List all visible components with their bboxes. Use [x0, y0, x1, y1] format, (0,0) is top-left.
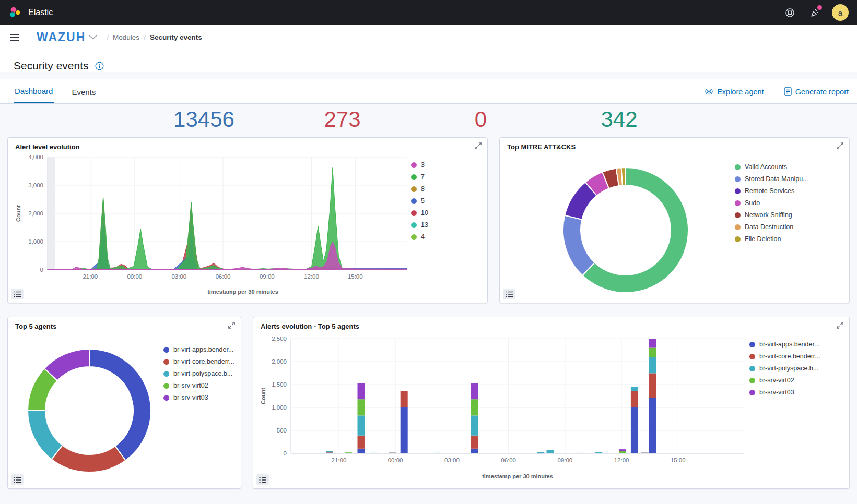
bar-segment[interactable]	[631, 387, 638, 391]
bar-segment[interactable]	[649, 339, 656, 348]
bar-chart: 05001,0001,5002,0002,50021:0000:0003:000…	[259, 331, 749, 485]
legend-toggle-button[interactable]	[11, 474, 24, 485]
legend-item[interactable]: br-virt-core.benderr...	[749, 353, 820, 360]
legend-toggle-button[interactable]	[503, 289, 515, 299]
bar-segment[interactable]	[433, 453, 441, 453]
donut-slice[interactable]	[28, 411, 63, 459]
chevron-down-icon[interactable]	[89, 35, 97, 40]
legend-item[interactable]: 13	[411, 221, 428, 229]
bar-segment[interactable]	[358, 399, 365, 415]
legend-item[interactable]: 3	[411, 161, 428, 169]
generate-report-button[interactable]: Generate report	[784, 87, 849, 103]
expand-icon[interactable]	[474, 142, 482, 152]
area-series-7[interactable]	[48, 168, 407, 270]
legend-label: 13	[421, 221, 428, 229]
area-chart-svg: 01,0002,0003,0004,00021:0000:0003:0006:0…	[13, 152, 411, 297]
bar-segment[interactable]	[401, 391, 408, 407]
help-icon[interactable]	[781, 4, 799, 21]
bar-segment[interactable]	[358, 383, 365, 399]
breadcrumb-modules[interactable]: Modules	[113, 33, 139, 41]
legend-item[interactable]: 4	[411, 233, 428, 241]
legend-item[interactable]: 8	[411, 185, 428, 193]
legend-item[interactable]: Data Destruction	[735, 223, 808, 231]
legend-item[interactable]: br-virt-polyspace.b...	[163, 370, 234, 377]
bar-segment[interactable]	[471, 383, 478, 399]
bar-segment[interactable]	[649, 398, 656, 453]
legend-item[interactable]: br-virt-apps.bender...	[163, 346, 234, 353]
expand-icon[interactable]	[836, 142, 844, 152]
explore-agent-button[interactable]: Explore agent	[705, 88, 764, 103]
bar-segment[interactable]	[370, 453, 378, 453]
legend-label: br-virt-polyspace.b...	[759, 365, 818, 372]
bar-segment[interactable]	[358, 415, 365, 435]
legend-dot-icon	[411, 234, 417, 240]
legend-toggle-button[interactable]	[256, 474, 269, 485]
donut-slice[interactable]	[563, 215, 595, 275]
donut-slice[interactable]	[89, 349, 151, 460]
area-chart: 01,0002,0003,0004,00021:0000:0003:0006:0…	[13, 152, 411, 299]
legend-item[interactable]: br-srv-virt03	[749, 389, 820, 396]
bar-segment[interactable]	[358, 436, 365, 449]
legend-item[interactable]: br-srv-virt02	[163, 382, 234, 389]
elastic-logo-icon[interactable]	[8, 6, 22, 19]
legend-dot-icon	[411, 162, 417, 168]
svg-text:Count: Count	[260, 388, 266, 404]
tab-events[interactable]: Events	[71, 80, 97, 103]
bar-segment[interactable]	[537, 453, 544, 453]
bar-segment[interactable]	[345, 452, 352, 453]
legend-item[interactable]: File Deletion	[735, 235, 808, 243]
legend-item[interactable]: 10	[411, 209, 428, 217]
bar-segment[interactable]	[389, 452, 396, 453]
legend-item[interactable]: Valid Accounts	[735, 163, 808, 171]
legend-label: br-virt-core.benderr...	[759, 353, 820, 360]
menu-icon[interactable]	[0, 25, 29, 50]
bar-segment[interactable]	[537, 452, 544, 453]
legend-item[interactable]: 7	[411, 173, 428, 181]
newsfeed-icon[interactable]	[806, 4, 824, 21]
broadcast-icon	[705, 88, 713, 96]
legend-toggle-button[interactable]	[11, 289, 24, 299]
legend-item[interactable]: 5	[411, 197, 428, 205]
legend-item[interactable]: br-srv-virt02	[749, 377, 820, 384]
legend-item[interactable]: br-srv-virt03	[163, 394, 234, 401]
legend-item[interactable]: br-virt-polyspace.b...	[749, 365, 820, 372]
expand-icon[interactable]	[836, 321, 844, 331]
bar-segment[interactable]	[358, 449, 365, 453]
legend-label: File Deletion	[745, 235, 781, 243]
bar-segment[interactable]	[547, 450, 554, 453]
bar-segment[interactable]	[471, 436, 478, 449]
legend-item[interactable]: Network Sniffing	[735, 211, 808, 219]
bar-segment[interactable]	[649, 357, 656, 373]
bar-segment[interactable]	[471, 449, 478, 453]
donut-slice[interactable]	[52, 445, 126, 472]
bar-segment[interactable]	[619, 451, 626, 453]
bar-segment[interactable]	[326, 451, 333, 452]
bar-segment[interactable]	[595, 452, 602, 453]
legend-item[interactable]: Stored Data Manipu...	[735, 175, 808, 183]
bar-segment[interactable]	[631, 391, 638, 407]
legend-item[interactable]: br-virt-core.benderr...	[163, 358, 234, 365]
svg-text:03:00: 03:00	[171, 273, 186, 280]
info-icon[interactable]	[95, 62, 104, 70]
legend-label: br-srv-virt03	[173, 394, 208, 401]
metric-total-alerts: 13456	[135, 107, 273, 132]
expand-icon[interactable]	[228, 321, 236, 331]
bar-segment[interactable]	[471, 415, 478, 435]
bar-segment[interactable]	[649, 373, 656, 398]
bar-segment[interactable]	[401, 407, 408, 453]
bar-segment[interactable]	[471, 399, 478, 415]
bar-segment[interactable]	[641, 452, 649, 453]
bar-segment[interactable]	[619, 449, 626, 451]
legend-item[interactable]: Remote Services	[735, 187, 808, 195]
legend-item[interactable]: Sudo	[735, 199, 808, 207]
bar-segment[interactable]	[649, 348, 656, 357]
tab-dashboard[interactable]: Dashboard	[14, 79, 54, 103]
wazuh-logo[interactable]: WAZUH	[37, 30, 86, 44]
donut-slice[interactable]	[621, 167, 626, 185]
metric-auth-success: 342	[550, 107, 688, 132]
bar-segment[interactable]	[577, 453, 584, 453]
bar-segment[interactable]	[631, 407, 638, 453]
bar-segment[interactable]	[326, 452, 333, 453]
legend-item[interactable]: br-virt-apps.bender...	[749, 341, 820, 348]
avatar[interactable]: a	[832, 4, 849, 21]
